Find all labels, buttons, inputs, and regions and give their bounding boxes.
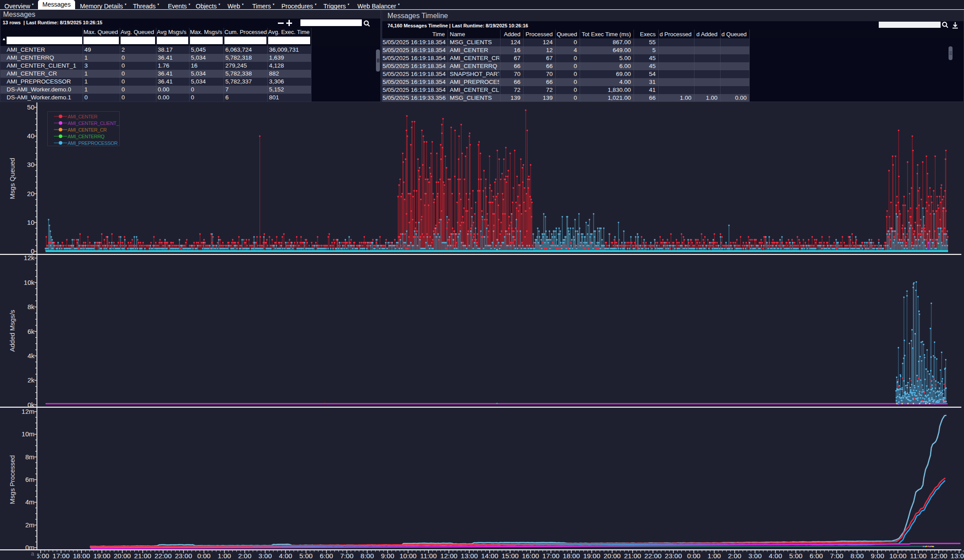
- svg-text:22:00: 22:00: [645, 552, 662, 560]
- svg-text:0:00: 0:00: [197, 552, 211, 560]
- svg-text:1:00: 1:00: [708, 552, 721, 560]
- svg-text:10:00: 10:00: [399, 552, 417, 560]
- svg-text:12:00: 12:00: [440, 552, 458, 560]
- svg-text:19:00: 19:00: [583, 552, 600, 560]
- svg-text:3:00: 3:00: [258, 552, 272, 560]
- svg-text:2k: 2k: [27, 376, 34, 384]
- svg-text:2m: 2m: [25, 521, 34, 529]
- svg-text:17:00: 17:00: [543, 552, 560, 560]
- svg-text:Msgs Processed: Msgs Processed: [8, 455, 16, 504]
- svg-text:20:00: 20:00: [114, 552, 131, 560]
- svg-text:0:00: 0:00: [687, 552, 701, 560]
- svg-text:13:00: 13:00: [951, 552, 964, 560]
- svg-text:AMI_CENTER_CLIENT_1: AMI_CENTER_CLIENT_1: [68, 121, 121, 126]
- svg-text:7:00: 7:00: [830, 552, 844, 560]
- svg-text:11:00: 11:00: [910, 552, 927, 560]
- svg-text:20:00: 20:00: [603, 552, 621, 560]
- svg-text:4m: 4m: [25, 498, 34, 506]
- svg-text:8k: 8k: [27, 303, 34, 310]
- svg-text:18:00: 18:00: [73, 552, 90, 560]
- svg-text:3:00: 3:00: [748, 552, 762, 560]
- svg-text:21:00: 21:00: [624, 552, 641, 560]
- svg-text:4:00: 4:00: [769, 552, 782, 560]
- svg-text:22:00: 22:00: [155, 552, 172, 560]
- svg-text:6k: 6k: [27, 328, 34, 335]
- svg-text:16:00: 16:00: [522, 552, 539, 560]
- svg-text:a: a: [31, 550, 34, 557]
- svg-text:4k: 4k: [27, 352, 34, 359]
- svg-text:23:00: 23:00: [665, 552, 682, 560]
- svg-text:8:00: 8:00: [850, 552, 864, 560]
- svg-text:Msgs Queued: Msgs Queued: [8, 158, 16, 199]
- svg-text:13:00: 13:00: [461, 552, 478, 560]
- svg-text:40: 40: [27, 132, 34, 140]
- svg-text:AMI_CENTER_CR: AMI_CENTER_CR: [68, 127, 107, 132]
- svg-text:10m: 10m: [22, 430, 34, 438]
- svg-text:18:00: 18:00: [563, 552, 580, 560]
- svg-text:AMI_PREPROCESSOR: AMI_PREPROCESSOR: [68, 140, 118, 146]
- svg-text:12:00: 12:00: [930, 552, 947, 560]
- svg-text:21:00: 21:00: [134, 552, 152, 560]
- svg-text:6:00: 6:00: [320, 552, 334, 560]
- svg-text:5:00: 5:00: [789, 552, 803, 560]
- svg-text:11:00: 11:00: [420, 552, 437, 560]
- svg-text:5:00: 5:00: [300, 552, 313, 560]
- svg-text:2:00: 2:00: [238, 552, 252, 560]
- svg-text:30: 30: [27, 161, 34, 168]
- svg-text:19:00: 19:00: [93, 552, 110, 560]
- svg-text:17:00: 17:00: [53, 552, 70, 560]
- svg-text:10: 10: [27, 219, 34, 226]
- svg-text:0k: 0k: [27, 401, 34, 409]
- svg-text:23:00: 23:00: [175, 552, 192, 560]
- svg-text:12m: 12m: [22, 408, 34, 415]
- svg-text:6m: 6m: [25, 476, 34, 483]
- svg-text:AMI_CENTERRQ: AMI_CENTERRQ: [68, 134, 105, 139]
- svg-text:12k: 12k: [24, 254, 35, 261]
- svg-text:9:00: 9:00: [871, 552, 884, 560]
- svg-text:9:00: 9:00: [381, 552, 395, 560]
- svg-text:15:00: 15:00: [501, 552, 519, 560]
- svg-text:Added Msgs/s: Added Msgs/s: [8, 310, 16, 352]
- svg-text:4:00: 4:00: [279, 552, 292, 560]
- svg-text:10k: 10k: [24, 279, 35, 286]
- svg-text:6:00: 6:00: [810, 552, 824, 560]
- svg-text:10:00: 10:00: [889, 552, 907, 560]
- svg-text:20: 20: [27, 190, 34, 197]
- svg-text:1:00: 1:00: [218, 552, 232, 560]
- svg-text:8:00: 8:00: [361, 552, 374, 560]
- svg-text:14:00: 14:00: [481, 552, 498, 560]
- svg-text:AMI_CENTER: AMI_CENTER: [68, 114, 98, 119]
- svg-text:8m: 8m: [25, 453, 34, 461]
- svg-text:2:00: 2:00: [728, 552, 742, 560]
- svg-text:7:00: 7:00: [340, 552, 354, 560]
- svg-text:50: 50: [27, 103, 34, 111]
